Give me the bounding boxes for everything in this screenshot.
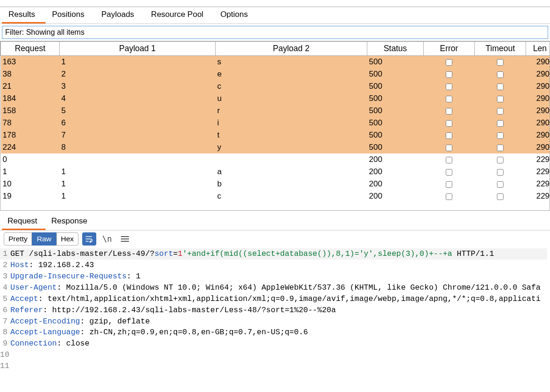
table-row[interactable]: 382e5002909 [1, 68, 550, 80]
cell-payload1: 5 [60, 105, 216, 117]
cell-status: 500 [367, 141, 424, 154]
cell-error [424, 166, 475, 178]
table-row[interactable]: 101b2002292 [1, 178, 550, 190]
table-row[interactable]: 1585r5002909 [1, 105, 550, 117]
cell-length: 2292 [526, 154, 550, 166]
cell-payload1: 1 [60, 166, 216, 178]
cell-payload1: 4 [60, 92, 216, 105]
timeout-checkbox[interactable] [497, 71, 504, 78]
cell-length: 2909 [526, 68, 550, 80]
tab-options[interactable]: Options [214, 7, 258, 23]
col-timeout[interactable]: Timeout [475, 42, 526, 56]
table-row[interactable]: 786i5002909 [1, 117, 550, 129]
timeout-checkbox[interactable] [497, 169, 504, 176]
format-hex-button[interactable]: Hex [56, 232, 79, 246]
newline-icon[interactable]: \n [100, 232, 114, 246]
table-row[interactable]: 191c2002292 [1, 190, 550, 202]
top-menu [0, 0, 550, 7]
error-checkbox[interactable] [446, 145, 452, 151]
error-checkbox[interactable] [446, 157, 452, 163]
cell-error [424, 190, 475, 202]
cell-request: 1 [1, 166, 60, 178]
table-header-row: Request Payload 1 Payload 2 Status Error… [1, 42, 550, 56]
col-length[interactable]: Len [526, 42, 550, 56]
cell-error [424, 117, 475, 129]
cell-payload2: b [216, 178, 367, 190]
error-checkbox[interactable] [446, 108, 452, 115]
table-row[interactable]: 1844u5002909 [1, 92, 550, 105]
timeout-checkbox[interactable] [497, 157, 504, 163]
cell-payload2: s [216, 56, 367, 69]
format-pretty-button[interactable]: Pretty [4, 232, 32, 246]
cell-length: 2909 [526, 117, 550, 129]
format-raw-button[interactable]: Raw [32, 232, 56, 246]
cell-payload1: 2 [60, 68, 216, 80]
col-payload2[interactable]: Payload 2 [216, 42, 367, 56]
tab-results[interactable]: Results [2, 7, 46, 23]
error-checkbox[interactable] [446, 181, 452, 188]
tab-resource-pool[interactable]: Resource Pool [145, 7, 214, 23]
error-checkbox[interactable] [446, 193, 452, 200]
error-checkbox[interactable] [446, 169, 452, 176]
timeout-checkbox[interactable] [497, 108, 504, 115]
cell-payload2: y [216, 141, 367, 154]
cell-length: 2909 [526, 92, 550, 105]
col-payload1[interactable]: Payload 1 [60, 42, 216, 56]
timeout-checkbox[interactable] [497, 181, 504, 188]
table-row[interactable]: 11a2002292 [1, 166, 550, 178]
cell-status: 500 [367, 92, 424, 105]
cell-status: 200 [367, 154, 424, 166]
timeout-checkbox[interactable] [497, 193, 504, 200]
error-checkbox[interactable] [446, 59, 452, 66]
cell-payload1: 6 [60, 117, 216, 129]
timeout-checkbox[interactable] [497, 132, 504, 139]
table-row[interactable]: 1631s5002909 [1, 56, 550, 69]
col-request[interactable]: Request [1, 42, 60, 56]
error-checkbox[interactable] [446, 120, 452, 127]
col-error[interactable]: Error [424, 42, 475, 56]
col-status[interactable]: Status [367, 42, 424, 56]
timeout-checkbox[interactable] [497, 84, 504, 90]
timeout-checkbox[interactable] [497, 96, 504, 102]
cell-error [424, 56, 475, 69]
subtab-request[interactable]: Request [2, 214, 46, 230]
table-row[interactable]: 02002292 [1, 154, 550, 166]
cell-error [424, 129, 475, 141]
subtab-response[interactable]: Response [46, 214, 96, 230]
cell-length: 2909 [526, 56, 550, 69]
timeout-checkbox[interactable] [497, 59, 504, 66]
error-checkbox[interactable] [446, 84, 452, 90]
cell-payload2: e [216, 68, 367, 80]
cell-payload2: c [216, 80, 367, 92]
tab-payloads[interactable]: Payloads [95, 7, 145, 23]
cell-status: 500 [367, 56, 424, 69]
table-row[interactable]: 213c5002909 [1, 80, 550, 92]
cell-timeout [475, 129, 526, 141]
cell-error [424, 178, 475, 190]
error-checkbox[interactable] [446, 96, 452, 102]
timeout-checkbox[interactable] [497, 145, 504, 151]
tab-positions[interactable]: Positions [46, 7, 95, 23]
cell-timeout [475, 154, 526, 166]
timeout-checkbox[interactable] [497, 120, 504, 127]
cell-error [424, 105, 475, 117]
cell-payload2: c [216, 190, 367, 202]
wrap-toggle-icon[interactable] [82, 232, 96, 246]
table-row[interactable]: 1787t5002909 [1, 129, 550, 141]
error-checkbox[interactable] [446, 71, 452, 78]
cell-request: 38 [1, 68, 60, 80]
cell-timeout [475, 92, 526, 105]
error-checkbox[interactable] [446, 132, 452, 139]
hamburger-icon[interactable] [118, 232, 132, 246]
cell-timeout [475, 80, 526, 92]
cell-length: 2909 [526, 105, 550, 117]
filter-bar[interactable]: Filter: Showing all items [2, 26, 548, 39]
filter-text: Filter: Showing all items [5, 28, 85, 36]
cell-request: 19 [1, 190, 60, 202]
cell-length: 2909 [526, 80, 550, 92]
cell-timeout [475, 166, 526, 178]
main-tabs: Results Positions Payloads Resource Pool… [0, 7, 550, 24]
cell-status: 500 [367, 80, 424, 92]
table-row[interactable]: 2248y5002909 [1, 141, 550, 154]
request-editor[interactable]: 1GET /sqli-labs-master/Less-49/?sort=1'+… [0, 247, 550, 372]
